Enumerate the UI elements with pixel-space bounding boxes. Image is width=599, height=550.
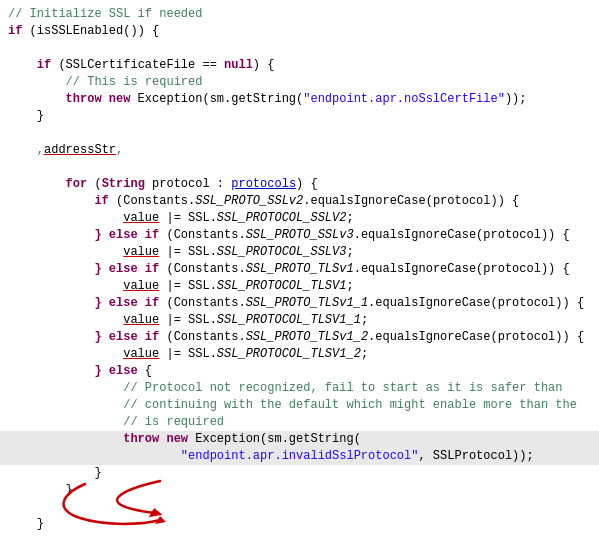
code-12b: .equalsIgnoreCase(protocol)) {: [303, 193, 519, 210]
var-value-1: value: [123, 210, 159, 227]
comment-1: // Initialize SSL if needed: [8, 6, 202, 23]
line-15: value |= SSL. SSL_PROTOCOL_SSLV3 ;: [0, 244, 599, 261]
line-22: } else {: [0, 363, 599, 380]
kw-if-1: if: [8, 23, 22, 40]
indent-26: [8, 431, 123, 448]
line-7: }: [0, 108, 599, 125]
kw-if-2: if: [37, 57, 51, 74]
line-8: [0, 125, 599, 142]
const-tlsv1-2-proto: SSL_PROTOCOL_TLSV1_2: [217, 346, 361, 363]
comma-2: ,: [116, 142, 123, 159]
indent-27: [8, 448, 181, 465]
line-4: if (SSLCertificateFile == null ) {: [0, 57, 599, 74]
indent-31: }: [8, 516, 44, 533]
var-addressStr: addressStr: [44, 142, 116, 159]
line-30: [0, 499, 599, 516]
code-15b: ;: [346, 244, 353, 261]
kw-null-1: null: [224, 57, 253, 74]
line-20: } else if (Constants. SSL_PROTO_TLSv1_2 …: [0, 329, 599, 346]
line-3: [0, 40, 599, 57]
code-11c: ) {: [296, 176, 318, 193]
kw-else-if-4: } else if: [94, 329, 159, 346]
line-2: if (isSSLEnabled()) {: [0, 23, 599, 40]
code-16b: .equalsIgnoreCase(protocol)) {: [354, 261, 570, 278]
kw-for: for: [66, 176, 88, 193]
const-tlsv1-2: SSL_PROTO_TLSv1_2: [246, 329, 368, 346]
indent-5: [8, 74, 66, 91]
indent-11: [8, 176, 66, 193]
const-tlsv1-1: SSL_PROTO_TLSv1_1: [246, 295, 368, 312]
indent-6: [8, 91, 66, 108]
code-6b: ));: [505, 91, 527, 108]
var-value-2: value: [123, 244, 159, 261]
kw-string: String: [102, 176, 145, 193]
line-5: // This is required: [0, 74, 599, 91]
code-14b: .equalsIgnoreCase(protocol)) {: [354, 227, 570, 244]
line-9: , addressStr ,: [0, 142, 599, 159]
code-6: Exception(sm.getString(: [130, 91, 303, 108]
code-19: |= SSL.: [159, 312, 217, 329]
code-26: Exception(sm.getString(: [188, 431, 361, 448]
line-26: throw new Exception(sm.getString(: [0, 431, 599, 448]
code-14: (Constants.: [159, 227, 245, 244]
indent-18: [8, 295, 94, 312]
const-sslv2: SSL_PROTO_SSLv2: [195, 193, 303, 210]
comment-5: // This is required: [66, 74, 203, 91]
indent-16: [8, 261, 94, 278]
kw-else-if-3: } else if: [94, 295, 159, 312]
line-32: [0, 533, 599, 550]
line-12: if (Constants. SSL_PROTO_SSLv2 .equalsIg…: [0, 193, 599, 210]
code-19b: ;: [361, 312, 368, 329]
code-4b: ) {: [253, 57, 275, 74]
indent-29: }: [8, 482, 73, 499]
const-sslv3-proto: SSL_PROTOCOL_SSLV3: [217, 244, 347, 261]
code-16: (Constants.: [159, 261, 245, 278]
line-10: [0, 159, 599, 176]
str-6: "endpoint.apr.noSslCertFile": [303, 91, 505, 108]
code-18: (Constants.: [159, 295, 245, 312]
code-21: |= SSL.: [159, 346, 217, 363]
kw-else: } else: [94, 363, 137, 380]
const-tlsv1-proto: SSL_PROTOCOL_TLSV1: [217, 278, 347, 295]
code-17b: ;: [346, 278, 353, 295]
line-11: for ( String protocol : protocols ) {: [0, 176, 599, 193]
const-sslv3: SSL_PROTO_SSLv3: [246, 227, 354, 244]
line-18: } else if (Constants. SSL_PROTO_TLSv1_1 …: [0, 295, 599, 312]
code-2: (isSSLEnabled()) {: [22, 23, 159, 40]
code-22: {: [138, 363, 152, 380]
line-23: // Protocol not recognized, fail to star…: [0, 380, 599, 397]
indent-20: [8, 329, 94, 346]
code-4: (SSLCertificateFile ==: [51, 57, 224, 74]
code-27: , SSLProtocol));: [418, 448, 533, 465]
line-21: value |= SSL. SSL_PROTOCOL_TLSV1_2 ;: [0, 346, 599, 363]
line-13: value |= SSL. SSL_PROTOCOL_SSLV2 ;: [0, 210, 599, 227]
comma-1: ,: [37, 142, 44, 159]
indent-14: [8, 227, 94, 244]
link-protocols: protocols: [231, 176, 296, 193]
var-value-3: value: [123, 278, 159, 295]
str-27: "endpoint.apr.invalidSslProtocol": [181, 448, 419, 465]
code-13b: ;: [346, 210, 353, 227]
code-18b: .equalsIgnoreCase(protocol)) {: [368, 295, 584, 312]
indent-25: [8, 414, 123, 431]
var-value-4: value: [123, 312, 159, 329]
indent-15: [8, 244, 123, 261]
kw-else-if-1: } else if: [94, 227, 159, 244]
code-11a: (: [87, 176, 101, 193]
indent-4: [8, 57, 37, 74]
line-24: // continuing with the default which mig…: [0, 397, 599, 414]
indent-12: [8, 193, 94, 210]
var-value-5: value: [123, 346, 159, 363]
comment-24: // continuing with the default which mig…: [123, 397, 577, 414]
line-25: // is required: [0, 414, 599, 431]
indent-24: [8, 397, 123, 414]
indent-7: }: [8, 108, 44, 125]
line-14: } else if (Constants. SSL_PROTO_SSLv3 .e…: [0, 227, 599, 244]
code-15: |= SSL.: [159, 244, 217, 261]
indent-17: [8, 278, 123, 295]
indent-19: [8, 312, 123, 329]
indent-13: [8, 210, 123, 227]
indent-28: }: [8, 465, 102, 482]
code-11b: protocol :: [145, 176, 231, 193]
line-17: value |= SSL. SSL_PROTOCOL_TLSV1 ;: [0, 278, 599, 295]
